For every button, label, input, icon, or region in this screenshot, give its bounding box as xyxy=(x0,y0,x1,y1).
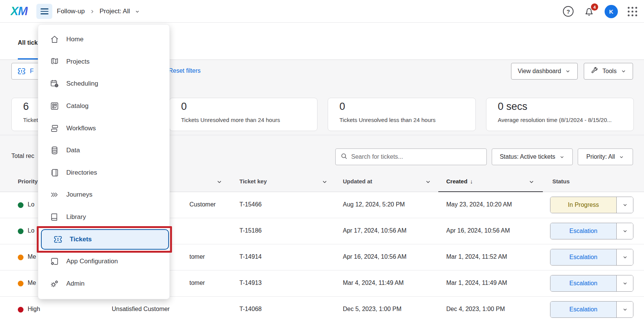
catalog-icon xyxy=(50,101,59,111)
status-dropdown-button[interactable] xyxy=(616,275,633,291)
tickets-icon xyxy=(53,234,63,244)
menu-item-label: Home xyxy=(66,36,83,43)
tab-all-tickets[interactable]: All tick xyxy=(18,39,38,46)
stat-value: 0 xyxy=(181,100,306,113)
priority-label: Me xyxy=(28,280,36,286)
status-dropdown-button[interactable] xyxy=(616,302,633,317)
menu-item-library[interactable]: Library xyxy=(38,206,169,228)
status-filter-dropdown[interactable]: Status: Active tickets xyxy=(492,148,573,165)
column-menu-chevron-icon[interactable] xyxy=(425,178,431,185)
menu-item-admin[interactable]: Admin xyxy=(38,273,169,295)
stat-label: Tickets Unresolved less than 24 hours xyxy=(339,117,464,123)
chevron-down-icon xyxy=(565,68,571,74)
ticket-name: Customer xyxy=(189,201,216,208)
chevron-down-icon xyxy=(134,9,140,14)
menu-item-directories[interactable]: Directories xyxy=(38,162,169,184)
sort-desc-icon: ↓ xyxy=(470,178,473,184)
status-dropdown-button[interactable] xyxy=(616,223,633,239)
bell-icon xyxy=(583,12,595,18)
priority-dot xyxy=(18,228,23,234)
ticket-name: tomer xyxy=(189,253,205,260)
status-dropdown-button[interactable] xyxy=(616,197,633,213)
xm-logo: XM xyxy=(11,5,28,18)
status-badge[interactable]: Escalation xyxy=(550,249,616,265)
priority-label: Lo xyxy=(28,227,34,234)
notifications-button[interactable]: 4 xyxy=(583,6,595,17)
created-at: Apr 16, 2024, 10:56 AM xyxy=(446,227,510,234)
status-badge[interactable]: Escalation xyxy=(550,302,616,317)
menu-item-journeys[interactable]: Journeys xyxy=(38,184,169,206)
ticket-key: T-15186 xyxy=(239,227,262,234)
updated-at: Apr 16, 2024, 10:56 AM xyxy=(343,253,406,260)
status-badge[interactable]: Escalation xyxy=(550,223,616,239)
priority-filter-dropdown[interactable]: Priority: All xyxy=(578,148,633,165)
search-icon xyxy=(340,152,348,161)
status-badge[interactable]: In Progress xyxy=(550,197,616,213)
column-menu-chevron-icon[interactable] xyxy=(216,178,223,185)
status-control: Escalation xyxy=(550,249,633,266)
chevron-down-icon xyxy=(621,68,627,74)
created-at: Mar 1, 2024, 11:52 AM xyxy=(446,253,507,260)
stat-value: 0 secs xyxy=(498,100,622,113)
menu-item-data[interactable]: Data xyxy=(38,139,169,162)
updated-at: Aug 12, 2024, 5:20 PM xyxy=(343,201,405,208)
total-records-label: Total rec xyxy=(11,153,34,159)
app-root: All tick F Reset filters View dashboard … xyxy=(0,0,644,322)
directories-icon xyxy=(50,168,59,178)
search-input[interactable] xyxy=(351,153,482,160)
help-button[interactable]: ? xyxy=(563,6,574,17)
priority-label: Me xyxy=(28,253,36,260)
updated-at: Apr 17, 2024, 10:56 AM xyxy=(343,227,406,234)
global-nav-menu: HomeProjectsSchedulingCatalogWorkflowsDa… xyxy=(38,24,170,299)
stat-label: Average resolution time (8/1/2024 - 8/15… xyxy=(498,117,622,123)
priority-dot xyxy=(18,281,23,286)
tools-button[interactable]: Tools xyxy=(584,63,633,80)
menu-item-scheduling[interactable]: Scheduling xyxy=(38,73,169,95)
ticket-name: Unsatisfied Customer xyxy=(112,306,170,313)
menu-item-label: Scheduling xyxy=(66,80,98,88)
breadcrumb: Follow-up Project: All xyxy=(57,0,140,23)
scheduling-icon xyxy=(50,79,59,89)
avatar[interactable]: K xyxy=(605,5,618,18)
chevron-right-icon xyxy=(89,9,95,14)
breadcrumb-section[interactable]: Follow-up xyxy=(57,8,85,15)
chevron-down-icon xyxy=(559,154,565,160)
global-nav-hamburger-button[interactable] xyxy=(36,4,52,19)
column-menu-chevron-icon[interactable] xyxy=(528,178,535,185)
menu-item-label: Data xyxy=(66,147,80,154)
menu-item-projects[interactable]: Projects xyxy=(38,51,169,73)
menu-item-label: Projects xyxy=(66,58,89,66)
menu-item-catalog[interactable]: Catalog xyxy=(38,95,169,117)
stat-card-avg-resolution: 0 secs Average resolution time (8/1/2024… xyxy=(486,98,634,131)
app-configuration-icon xyxy=(50,256,59,266)
breadcrumb-project-selector[interactable]: Project: All xyxy=(100,8,130,15)
status-dropdown-button[interactable] xyxy=(616,249,633,265)
wrench-icon xyxy=(590,66,599,76)
menu-item-tickets[interactable]: Tickets xyxy=(41,229,169,250)
updated-at: Dec 5, 2023, 1:00 PM xyxy=(343,306,402,313)
view-dashboard-button[interactable]: View dashboard xyxy=(511,63,578,80)
workflows-icon xyxy=(50,123,59,133)
column-menu-chevron-icon[interactable] xyxy=(321,178,328,185)
active-tab-underline xyxy=(18,58,41,59)
stat-card-unresolved-less-24h: 0 Tickets Unresolved less than 24 hours xyxy=(328,98,476,131)
status-badge[interactable]: Escalation xyxy=(550,275,616,291)
library-icon xyxy=(50,212,59,222)
status-control: Escalation xyxy=(550,275,633,292)
priority-label: High xyxy=(28,306,40,313)
column-header-status: Status xyxy=(552,178,570,184)
stat-card-unresolved-more-24h: 0 Tickets Unresolved more than 24 hours xyxy=(169,98,317,131)
menu-item-label: Library xyxy=(66,213,86,221)
menu-item-app-configuration[interactable]: App Configuration xyxy=(38,250,169,273)
menu-item-label: App Configuration xyxy=(66,258,118,265)
menu-item-home[interactable]: Home xyxy=(38,28,169,51)
ticket-name: tomer xyxy=(189,280,205,286)
app-grid-icon[interactable] xyxy=(628,7,637,16)
table-row[interactable]: HighUnsatisfied CustomerT-14068Dec 5, 20… xyxy=(0,297,644,322)
menu-item-workflows[interactable]: Workflows xyxy=(38,117,169,139)
ticket-search[interactable] xyxy=(335,148,487,165)
ticket-key: T-14068 xyxy=(239,306,262,313)
menu-item-label: Tickets xyxy=(70,236,92,243)
ticket-key: T-15466 xyxy=(239,201,262,208)
reset-filters-link[interactable]: Reset filters xyxy=(169,67,200,74)
